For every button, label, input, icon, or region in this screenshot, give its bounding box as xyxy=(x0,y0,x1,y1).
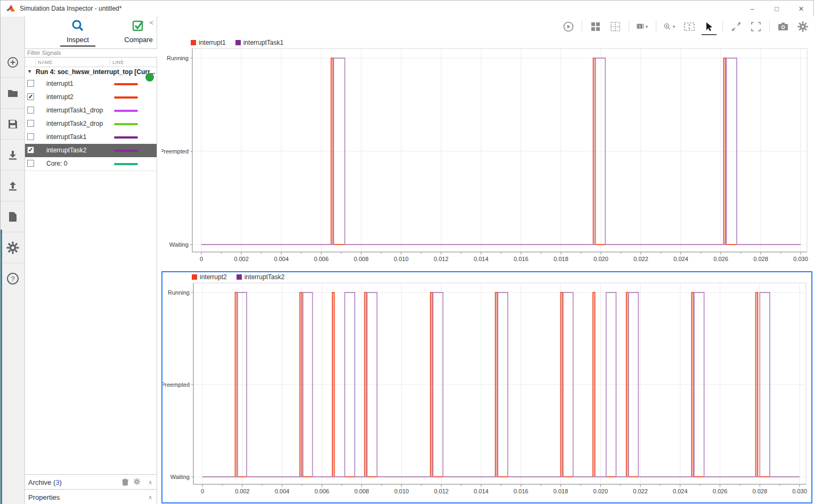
svg-text:0.010: 0.010 xyxy=(394,488,409,494)
svg-text:0: 0 xyxy=(201,488,204,494)
checkbox-unchecked[interactable] xyxy=(27,160,34,167)
signal-table-header: NAME LINE xyxy=(25,58,157,67)
archive-count: (3) xyxy=(53,478,62,486)
top-plot-panel[interactable]: interrupt1interruptTask1 00.0020.0040.00… xyxy=(161,38,812,270)
legend-label: interrupt1 xyxy=(199,39,226,46)
bottom-plot-panel-selected[interactable]: interrupt2interruptTask2 00.0020.0040.00… xyxy=(161,271,812,503)
checkbox-unchecked[interactable] xyxy=(27,80,34,87)
checkbox-unchecked[interactable] xyxy=(27,133,34,140)
save-icon[interactable] xyxy=(1,108,25,139)
svg-text:Waiting: Waiting xyxy=(169,241,189,248)
signal-row[interactable]: interruptTask2_drop xyxy=(25,117,157,131)
svg-text:0.002: 0.002 xyxy=(235,488,250,494)
archive-gear-icon[interactable] xyxy=(133,478,141,487)
signal-line-swatch xyxy=(114,150,138,152)
svg-text:0.002: 0.002 xyxy=(234,256,249,262)
fullscreen-icon[interactable] xyxy=(750,20,762,33)
signal-row[interactable]: interruptTask1 xyxy=(25,131,157,144)
view-layout-one-icon[interactable]: 1 ▼ xyxy=(636,20,649,33)
chevron-down-icon: ▼ xyxy=(645,25,649,29)
settings-gear-icon[interactable] xyxy=(796,20,809,33)
checkbox-checked[interactable]: ✓ xyxy=(27,93,34,100)
close-icon[interactable]: ✕ xyxy=(789,1,813,17)
subplot-grid: interrupt1interruptTask1 00.0020.0040.00… xyxy=(157,37,814,504)
signal-name: Core: 0 xyxy=(46,160,67,167)
expand-icon[interactable] xyxy=(730,20,743,33)
archive-panel-header[interactable]: Archive (3) ∧ xyxy=(25,474,157,490)
run-group-row[interactable]: ▾ Run 4: soc_hwsw_interrupt_top [Curr... xyxy=(25,67,157,77)
trash-icon[interactable] xyxy=(121,478,129,488)
tab-inspect-label: Inspect xyxy=(48,36,107,44)
signal-line-swatch xyxy=(114,136,138,139)
snapshot-camera-icon[interactable] xyxy=(777,20,789,33)
svg-text:0.008: 0.008 xyxy=(354,488,369,494)
svg-text:0.004: 0.004 xyxy=(274,256,289,262)
top-plot-legend: interrupt1interruptTask1 xyxy=(161,38,812,47)
selected-tab-underline xyxy=(60,45,95,47)
signal-line-swatch xyxy=(114,96,138,99)
legend-label: interrupt2 xyxy=(200,273,227,281)
zoom-in-icon[interactable]: ▼ xyxy=(663,20,676,33)
maximize-icon[interactable]: □ xyxy=(764,1,789,17)
properties-panel-header[interactable]: Properties ∧ xyxy=(25,489,157,504)
collapse-archive-icon[interactable]: ∧ xyxy=(148,479,152,486)
svg-text:0.014: 0.014 xyxy=(474,488,489,494)
preferences-gear-icon[interactable] xyxy=(1,232,25,263)
svg-text:0.024: 0.024 xyxy=(673,488,688,494)
collapse-properties-icon[interactable]: ∧ xyxy=(148,494,152,501)
legend-item: interrupt2 xyxy=(192,273,227,281)
signal-name: interruptTask1_drop xyxy=(46,107,103,114)
signal-line-swatch xyxy=(114,110,138,112)
open-folder-icon[interactable] xyxy=(1,77,25,108)
svg-text:Running: Running xyxy=(168,289,190,296)
column-line: LINE xyxy=(112,60,124,65)
tab-inspect[interactable]: Inspect xyxy=(48,19,107,44)
replay-icon[interactable] xyxy=(562,20,575,33)
help-icon[interactable]: ? xyxy=(1,263,25,294)
checkbox-checked[interactable]: ✓ xyxy=(27,147,34,153)
signal-row[interactable]: ✓interrupt2 xyxy=(25,91,157,104)
left-toolbar: ? xyxy=(1,17,25,504)
window-title: Simulation Data Inspector - untitled* xyxy=(20,5,121,12)
signal-list: interrupt1✓interrupt2interruptTask1_drop… xyxy=(25,77,157,171)
svg-text:0.016: 0.016 xyxy=(514,256,528,262)
checkbox-unchecked[interactable] xyxy=(27,107,34,113)
export-icon[interactable] xyxy=(1,170,25,201)
svg-text:0.018: 0.018 xyxy=(553,256,568,262)
collapse-sidebar-icon[interactable]: < xyxy=(149,19,153,27)
snap-grid-icon[interactable] xyxy=(609,20,622,33)
inspect-magnifier-icon xyxy=(71,19,85,32)
fit-to-view-icon[interactable] xyxy=(683,20,696,33)
title-bar: Simulation Data Inspector - untitled* – … xyxy=(1,1,813,17)
signal-row[interactable]: ✓interruptTask2 xyxy=(25,144,157,157)
filter-signals-input[interactable] xyxy=(25,48,157,58)
report-icon[interactable] xyxy=(1,201,25,232)
svg-text:0.022: 0.022 xyxy=(633,488,648,494)
compare-check-icon xyxy=(132,19,145,32)
checkbox-unchecked[interactable] xyxy=(27,120,34,127)
live-streaming-indicator xyxy=(145,73,154,82)
svg-text:0.006: 0.006 xyxy=(314,488,329,494)
bottom-plot-legend: interrupt2interruptTask2 xyxy=(162,272,811,282)
minimize-icon[interactable]: – xyxy=(740,1,764,17)
legend-label: interruptTask1 xyxy=(243,39,283,46)
import-icon[interactable] xyxy=(1,139,25,170)
signal-row[interactable]: interruptTask1_drop xyxy=(25,104,157,117)
expand-triangle-icon[interactable]: ▾ xyxy=(28,68,31,74)
svg-text:0.006: 0.006 xyxy=(314,256,329,262)
subplot-layout-icon[interactable] xyxy=(589,20,602,33)
add-circle-icon[interactable] xyxy=(1,47,25,77)
legend-swatch xyxy=(237,274,242,280)
svg-text:0.016: 0.016 xyxy=(514,488,528,494)
signal-row[interactable]: Core: 0 xyxy=(25,157,157,170)
app-window: Simulation Data Inspector - untitled* – … xyxy=(0,0,814,504)
svg-text:Preempted: Preempted xyxy=(162,381,190,388)
legend-label: interruptTask2 xyxy=(245,273,284,281)
pointer-icon[interactable] xyxy=(703,20,715,33)
signal-line-swatch xyxy=(114,83,138,85)
signal-name: interruptTask1 xyxy=(46,133,86,141)
svg-text:0: 0 xyxy=(200,256,203,262)
signal-row[interactable]: interrupt1 xyxy=(25,77,157,91)
legend-item: interrupt1 xyxy=(191,39,226,46)
column-name: NAME xyxy=(38,60,53,65)
